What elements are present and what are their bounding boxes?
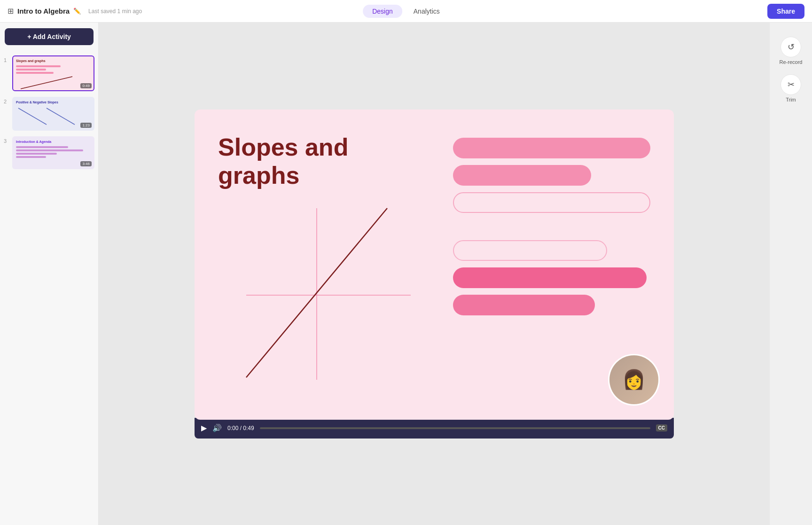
- content-area: Slopes and graphs: [99, 23, 770, 525]
- slide-number: 2: [4, 99, 9, 104]
- thumb-line: [16, 149, 83, 151]
- pill-bar: [453, 295, 595, 315]
- grid-icon[interactable]: ⊞: [8, 7, 14, 16]
- cc-button[interactable]: CC: [656, 424, 667, 431]
- thumb-line: [16, 156, 46, 158]
- slide-thumb-title: Introduction & Agenda: [16, 140, 91, 143]
- trim-icon-circle[interactable]: ✂: [781, 74, 801, 95]
- saved-status: Last saved 1 min ago: [88, 8, 142, 15]
- list-item[interactable]: 3 Introduction & Agenda 3:46: [0, 133, 98, 172]
- presenter-avatar: 👩: [608, 354, 660, 406]
- tab-analytics[interactable]: Analytics: [404, 5, 449, 18]
- pill-bar: [453, 240, 607, 261]
- tab-design[interactable]: Design: [363, 5, 402, 18]
- play-button[interactable]: ▶: [201, 423, 207, 432]
- slide-duration: 0:49: [80, 83, 92, 88]
- rerecord-icon: ↺: [788, 42, 795, 52]
- scissors-icon: ✂: [788, 79, 795, 90]
- nav-tabs: Design Analytics: [363, 5, 449, 18]
- trim-action[interactable]: ✂ Trim: [781, 74, 801, 102]
- slide-thumb-title: Slopes and graphs: [16, 59, 91, 63]
- right-panel: ↺ Re-record ✂ Trim: [770, 23, 812, 525]
- thumb-line: [16, 153, 57, 155]
- thumb-line: [16, 72, 54, 74]
- share-button[interactable]: Share: [767, 4, 804, 19]
- edit-icon[interactable]: ✏️: [73, 8, 81, 15]
- svg-line-0: [21, 77, 72, 89]
- slide-thumbnail[interactable]: Introduction & Agenda 3:46: [12, 136, 94, 169]
- app-title: Intro to Algebra: [17, 7, 70, 15]
- video-slide: Slopes and graphs: [195, 110, 674, 420]
- add-activity-button[interactable]: + Add Activity: [5, 28, 94, 45]
- slide-thumbnail[interactable]: Slopes and graphs 0:49: [12, 55, 94, 91]
- list-item[interactable]: 1 Slopes and graphs: [0, 53, 98, 94]
- trim-label: Trim: [786, 97, 796, 102]
- slide-duration: 1:23: [80, 123, 92, 128]
- avatar-image: 👩: [609, 355, 658, 404]
- top-nav: ⊞ Intro to Algebra ✏️ Last saved 1 min a…: [0, 0, 812, 23]
- video-wrapper: Slopes and graphs: [195, 110, 674, 439]
- thumb-line: [16, 65, 61, 67]
- nav-left: ⊞ Intro to Algebra ✏️ Last saved 1 min a…: [8, 7, 142, 16]
- pill-bar: [453, 192, 650, 213]
- thumb-line: [16, 69, 46, 71]
- pill-bar: [453, 267, 647, 288]
- rerecord-action[interactable]: ↺ Re-record: [780, 37, 803, 65]
- slide-left: Slopes and graphs: [218, 133, 434, 410]
- slide-number: 1: [4, 57, 9, 63]
- slide-content: Slopes and graphs: [195, 110, 674, 420]
- sidebar: + Add Activity 1 Slopes and graphs: [0, 23, 99, 525]
- list-item[interactable]: 2 Positive & Negative Slopes 1:23: [0, 94, 98, 133]
- video-controls: ▶ 🔊 0:00 / 0:49 CC: [195, 418, 674, 439]
- slide-duration: 3:46: [80, 161, 92, 166]
- slide-thumb-title: Positive & Negative Slopes: [16, 101, 91, 104]
- volume-button[interactable]: 🔊: [212, 423, 222, 432]
- graph-area: [218, 204, 434, 410]
- slide-heading: Slopes and graphs: [218, 133, 434, 189]
- time-display: 0:00 / 0:49: [227, 425, 254, 431]
- rerecord-label: Re-record: [780, 59, 803, 65]
- main-layout: + Add Activity 1 Slopes and graphs: [0, 23, 812, 525]
- nav-right: Share: [767, 4, 804, 19]
- pill-bar: [453, 165, 591, 186]
- svg-line-2: [47, 108, 75, 125]
- thumb-line: [16, 146, 68, 148]
- slide-list: 1 Slopes and graphs: [0, 51, 98, 525]
- slide-number: 3: [4, 138, 9, 144]
- progress-bar[interactable]: [260, 427, 650, 429]
- pill-bar: [453, 138, 650, 158]
- rerecord-icon-circle[interactable]: ↺: [781, 37, 801, 57]
- svg-line-1: [18, 108, 47, 125]
- slide-thumbnail[interactable]: Positive & Negative Slopes 1:23: [12, 97, 94, 131]
